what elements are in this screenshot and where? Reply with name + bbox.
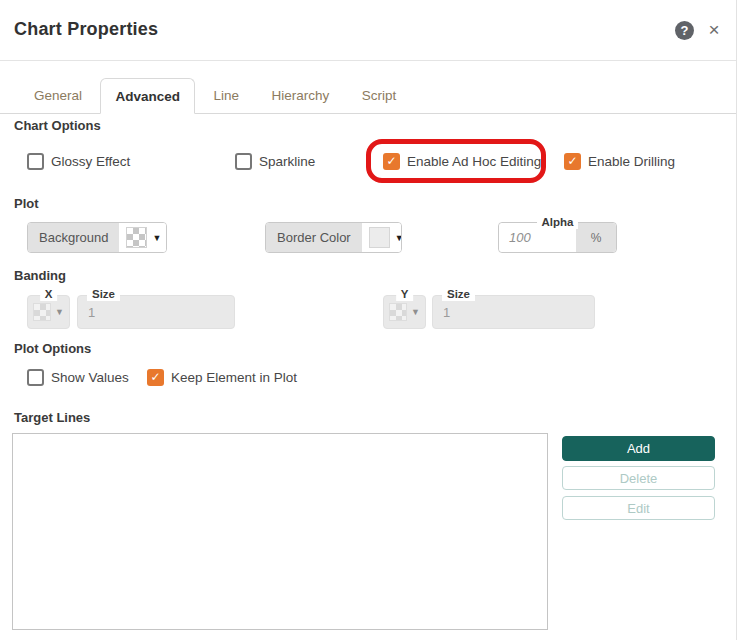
help-icon[interactable]: ? — [675, 21, 694, 40]
banding-x-size-label: Size — [87, 287, 120, 301]
section-plot: Plot — [14, 196, 39, 211]
banding-y-size-label: Size — [442, 287, 475, 301]
banding-y-label: Y — [396, 287, 414, 301]
dropdown-label: Background — [28, 223, 119, 252]
checkbox-label: Keep Element in Plot — [171, 370, 297, 385]
dropdown-swatch-area: ▼ — [362, 223, 402, 252]
checkbox-label: Show Values — [51, 370, 129, 385]
tab-line[interactable]: Line — [199, 78, 253, 113]
checkbox-keep-element-in-plot[interactable]: Keep Element in Plot — [147, 368, 297, 386]
dropdown-label: Border Color — [266, 223, 362, 252]
checkbox-glossy-effect[interactable]: Glossy Effect — [27, 152, 130, 170]
section-banding: Banding — [14, 268, 66, 283]
tab-bar: General Advanced Line Hierarchy Script — [0, 78, 736, 114]
transparent-swatch-icon — [33, 303, 51, 321]
checkbox-checked-icon — [147, 369, 164, 386]
banding-y-color-dropdown[interactable]: Y ▼ — [383, 295, 426, 329]
chevron-down-icon: ▼ — [152, 233, 161, 243]
alpha-field-label: Alpha — [537, 215, 579, 229]
checkbox-enable-drilling[interactable]: Enable Drilling — [564, 152, 675, 170]
checkbox-label: Glossy Effect — [51, 154, 130, 169]
delete-button[interactable]: Delete — [562, 466, 715, 490]
chevron-down-icon: ▼ — [55, 307, 64, 317]
checkbox-label: Enable Drilling — [588, 154, 675, 169]
page-title: Chart Properties — [14, 19, 158, 40]
checkbox-checked-icon — [564, 153, 581, 170]
banding-x-color-dropdown[interactable]: X ▼ — [27, 295, 70, 329]
close-icon[interactable]: × — [704, 20, 724, 40]
edit-button[interactable]: Edit — [562, 496, 715, 520]
tab-hierarchy[interactable]: Hierarchy — [257, 78, 343, 113]
alpha-unit-label: % — [576, 223, 616, 252]
chevron-down-icon: ▼ — [411, 307, 420, 317]
tab-general[interactable]: General — [20, 78, 96, 113]
checkbox-show-values[interactable]: Show Values — [27, 368, 129, 386]
border-color-dropdown[interactable]: Border Color ▼ — [265, 222, 402, 253]
color-swatch-icon — [369, 227, 390, 248]
checkbox-unchecked-icon — [235, 153, 252, 170]
dropdown-swatch-area: ▼ — [119, 223, 167, 252]
tab-script[interactable]: Script — [348, 78, 411, 113]
section-target-lines: Target Lines — [14, 410, 90, 425]
transparent-swatch-icon — [126, 227, 147, 248]
banding-x-size-input[interactable]: Size 1 — [77, 295, 235, 329]
checkbox-unchecked-icon — [27, 369, 44, 386]
checkbox-sparkline[interactable]: Sparkline — [235, 152, 315, 170]
dialog-header: Chart Properties ? × — [0, 0, 736, 61]
checkbox-label: Enable Ad Hoc Editing — [407, 154, 541, 169]
banding-y-size-input[interactable]: Size 1 — [432, 295, 595, 329]
checkbox-unchecked-icon — [27, 153, 44, 170]
checkbox-label: Sparkline — [259, 154, 315, 169]
chevron-down-icon: ▼ — [395, 233, 402, 243]
banding-x-label: X — [40, 287, 58, 301]
section-plot-options: Plot Options — [14, 341, 91, 356]
alpha-field: Alpha 100 % — [498, 222, 617, 253]
checkbox-checked-icon — [383, 153, 400, 170]
section-chart-options: Chart Options — [14, 118, 101, 133]
background-color-dropdown[interactable]: Background ▼ — [27, 222, 167, 253]
tab-advanced[interactable]: Advanced — [100, 78, 195, 114]
target-lines-list[interactable] — [12, 433, 548, 630]
checkbox-enable-ad-hoc-editing[interactable]: Enable Ad Hoc Editing — [383, 152, 541, 170]
transparent-swatch-icon — [389, 303, 407, 321]
add-button[interactable]: Add — [562, 436, 715, 461]
